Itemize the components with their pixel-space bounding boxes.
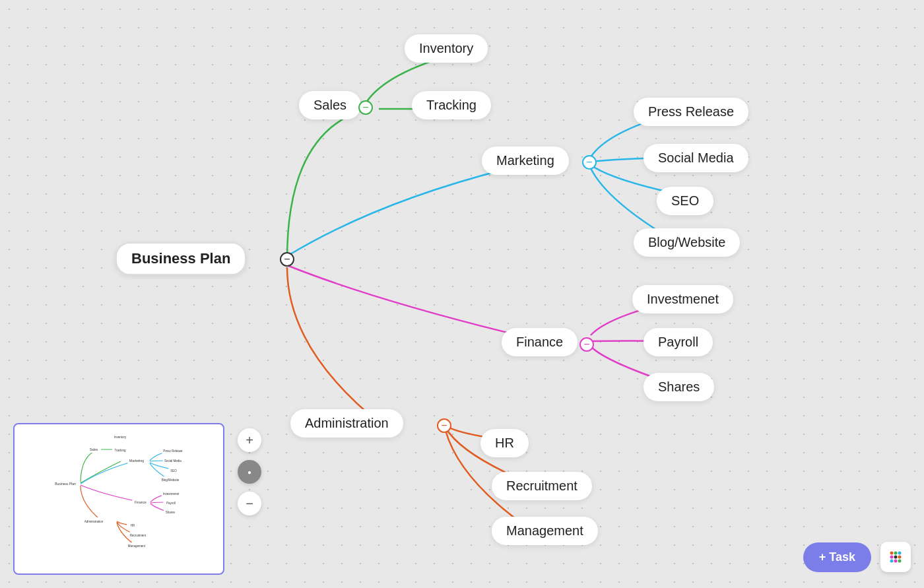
svg-text:SEO: SEO (170, 469, 177, 473)
business-plan-node[interactable]: Business Plan (116, 242, 246, 275)
payroll-node[interactable]: Payroll (644, 328, 713, 356)
svg-point-38 (898, 552, 902, 555)
svg-text:Business Plan: Business Plan (55, 482, 76, 486)
zoom-out-button[interactable]: − (238, 492, 261, 515)
grid-view-button[interactable] (880, 542, 911, 572)
svg-text:Social Media: Social Media (164, 459, 182, 463)
recruitment-node[interactable]: Recruitment (492, 472, 592, 500)
svg-text:Inventory: Inventory (114, 436, 127, 439)
svg-point-42 (890, 560, 894, 563)
finance-collapse[interactable] (579, 337, 594, 352)
svg-text:Sales: Sales (90, 447, 98, 451)
svg-text:Blog/Website: Blog/Website (162, 478, 180, 482)
svg-text:Administration: Administration (84, 520, 104, 523)
svg-text:Finance: Finance (135, 500, 147, 504)
shares-node[interactable]: Shares (644, 373, 714, 401)
hr-node[interactable]: HR (480, 429, 529, 457)
press-release-node[interactable]: Press Release (634, 98, 748, 126)
svg-point-36 (890, 552, 894, 555)
administration-node[interactable]: Administration (290, 409, 403, 438)
zoom-in-button[interactable]: + (238, 428, 261, 452)
finance-node[interactable]: Finance (502, 328, 578, 356)
svg-point-39 (890, 556, 894, 559)
svg-text:Payroll: Payroll (166, 502, 176, 505)
svg-text:Tracking: Tracking (114, 449, 126, 452)
svg-point-37 (894, 552, 898, 555)
svg-text:Shares: Shares (166, 511, 176, 514)
sales-node[interactable]: Sales (299, 91, 361, 119)
recenter-button[interactable]: ● (238, 460, 261, 484)
marketing-collapse[interactable] (582, 155, 597, 170)
svg-text:Investmenet: Investmenet (163, 492, 180, 496)
svg-text:Press Release: Press Release (163, 449, 183, 453)
svg-text:Marketing: Marketing (129, 459, 144, 463)
social-media-node[interactable]: Social Media (644, 144, 748, 172)
svg-text:HR: HR (131, 524, 135, 527)
tracking-node[interactable]: Tracking (412, 91, 491, 119)
minimap: Business Plan Sales Inventory Tracking M… (13, 423, 224, 575)
svg-point-44 (898, 560, 902, 563)
svg-point-41 (898, 556, 902, 559)
add-task-button[interactable]: + Task (803, 542, 871, 572)
svg-point-40 (894, 556, 898, 559)
zoom-controls: + ● − (238, 428, 261, 515)
management-node[interactable]: Management (492, 517, 598, 545)
svg-text:Recruitment: Recruitment (130, 534, 147, 537)
administration-collapse[interactable] (437, 418, 451, 433)
inventory-node[interactable]: Inventory (405, 34, 488, 63)
svg-point-43 (894, 560, 898, 563)
marketing-node[interactable]: Marketing (482, 147, 569, 175)
svg-text:Management: Management (128, 544, 146, 548)
business-plan-collapse[interactable] (280, 252, 294, 267)
investmenet-node[interactable]: Investmenet (632, 285, 733, 313)
sales-collapse[interactable] (358, 100, 373, 115)
blog-website-node[interactable]: Blog/Website (634, 228, 740, 257)
seo-node[interactable]: SEO (657, 187, 713, 215)
grid-icon (888, 550, 903, 564)
